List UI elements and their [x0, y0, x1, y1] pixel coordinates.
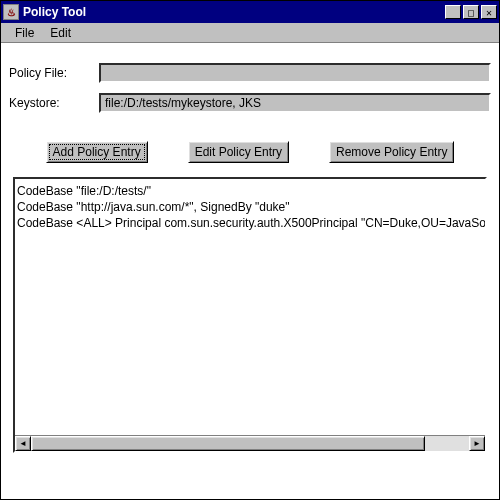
scroll-right-button[interactable]: ► [469, 436, 485, 451]
keystore-input[interactable] [99, 93, 491, 113]
remove-policy-entry-button[interactable]: Remove Policy Entry [329, 141, 454, 163]
window-title: Policy Tool [23, 5, 443, 19]
menu-bar: File Edit [1, 23, 499, 43]
keystore-row: Keystore: [9, 93, 491, 113]
menu-file[interactable]: File [7, 24, 42, 42]
policy-file-label: Policy File: [9, 66, 99, 80]
policy-entry-list[interactable]: CodeBase "file:/D:/tests/" CodeBase "htt… [13, 177, 487, 453]
list-item[interactable]: CodeBase "http://java.sun.com/*", Signed… [17, 199, 483, 215]
content-area: Policy File: Keystore: Add Policy Entry … [1, 43, 499, 453]
java-icon: ♨ [3, 4, 19, 20]
minimize-button[interactable]: _ [445, 5, 461, 19]
policy-file-row: Policy File: [9, 63, 491, 83]
menu-edit[interactable]: Edit [42, 24, 79, 42]
keystore-label: Keystore: [9, 96, 99, 110]
button-row: Add Policy Entry Edit Policy Entry Remov… [9, 141, 491, 163]
add-policy-entry-button[interactable]: Add Policy Entry [46, 141, 148, 163]
policy-file-input[interactable] [99, 63, 491, 83]
title-bar: ♨ Policy Tool _ □ ✕ [1, 1, 499, 23]
list-item[interactable]: CodeBase <ALL> Principal com.sun.securit… [17, 215, 483, 231]
scroll-left-button[interactable]: ◄ [15, 436, 31, 451]
scroll-thumb[interactable] [31, 436, 425, 451]
scroll-track[interactable] [31, 436, 469, 451]
list-item[interactable]: CodeBase "file:/D:/tests/" [17, 183, 483, 199]
horizontal-scrollbar[interactable]: ◄ ► [15, 435, 485, 451]
maximize-button[interactable]: □ [463, 5, 479, 19]
close-button[interactable]: ✕ [481, 5, 497, 19]
policy-entry-list-content: CodeBase "file:/D:/tests/" CodeBase "htt… [15, 179, 485, 435]
edit-policy-entry-button[interactable]: Edit Policy Entry [188, 141, 289, 163]
